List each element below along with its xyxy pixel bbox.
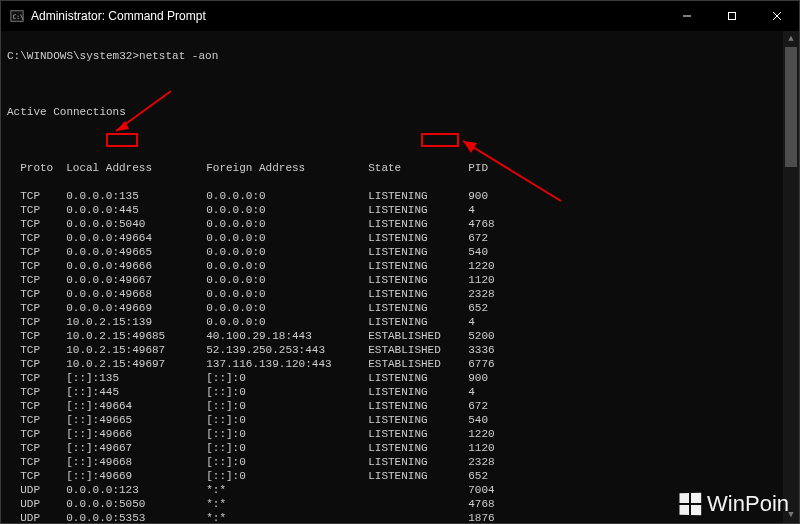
cell-pid: 2328 [468, 287, 518, 301]
terminal-output[interactable]: C:\WINDOWS\system32>netstat -aon Active … [1, 31, 799, 523]
cell-pid: 6776 [468, 357, 518, 371]
cell-state: LISTENING [368, 413, 468, 427]
netstat-row: UDP0.0.0.0:123*:*7004 [7, 483, 793, 497]
cell-proto: TCP [20, 399, 66, 413]
cell-state: LISTENING [368, 385, 468, 399]
cell-local: 0.0.0.0:49664 [66, 231, 206, 245]
col-pid: PID [468, 161, 518, 175]
command-prompt-window: C:\ Administrator: Command Prompt C:\WIN… [0, 0, 800, 524]
cell-proto: TCP [20, 441, 66, 455]
close-button[interactable] [754, 1, 799, 31]
cell-proto: TCP [20, 371, 66, 385]
cell-foreign: 0.0.0.0:0 [206, 203, 368, 217]
cell-state: LISTENING [368, 427, 468, 441]
netstat-row: TCP0.0.0.0:1350.0.0.0:0LISTENING900 [7, 189, 793, 203]
cell-proto: TCP [20, 245, 66, 259]
column-headers: ProtoLocal AddressForeign AddressStatePI… [7, 161, 793, 175]
netstat-row: TCP[::]:445[::]:0LISTENING4 [7, 385, 793, 399]
svg-rect-3 [728, 13, 735, 20]
cell-foreign: *:* [206, 511, 368, 523]
cell-proto: TCP [20, 259, 66, 273]
cell-state: LISTENING [368, 217, 468, 231]
netstat-row: TCP[::]:135[::]:0LISTENING900 [7, 371, 793, 385]
netstat-row: TCP[::]:49665[::]:0LISTENING540 [7, 413, 793, 427]
window-buttons [664, 1, 799, 31]
cell-proto: TCP [20, 357, 66, 371]
netstat-row: TCP10.0.2.15:4968752.139.250.253:443ESTA… [7, 343, 793, 357]
cell-pid: 4 [468, 385, 518, 399]
cell-state: LISTENING [368, 259, 468, 273]
cell-state: LISTENING [368, 315, 468, 329]
cell-state: LISTENING [368, 231, 468, 245]
cell-foreign: 0.0.0.0:0 [206, 287, 368, 301]
cell-local: 0.0.0.0:5353 [66, 511, 206, 523]
cell-pid: 4 [468, 203, 518, 217]
cell-local: 0.0.0.0:123 [66, 483, 206, 497]
cell-foreign: [::]:0 [206, 413, 368, 427]
cell-state: LISTENING [368, 203, 468, 217]
netstat-row: TCP10.0.2.15:49697137.116.139.120:443EST… [7, 357, 793, 371]
scrollbar-up-icon[interactable]: ▲ [783, 31, 799, 47]
cell-foreign: [::]:0 [206, 371, 368, 385]
maximize-button[interactable] [709, 1, 754, 31]
cell-local: 0.0.0.0:49665 [66, 245, 206, 259]
netstat-row: TCP0.0.0.0:496640.0.0.0:0LISTENING672 [7, 231, 793, 245]
cell-local: 10.0.2.15:49685 [66, 329, 206, 343]
cell-proto: TCP [20, 315, 66, 329]
command-text: netstat -aon [139, 50, 218, 62]
cell-foreign: 0.0.0.0:0 [206, 189, 368, 203]
cell-foreign: 0.0.0.0:0 [206, 245, 368, 259]
col-proto: Proto [20, 161, 66, 175]
minimize-button[interactable] [664, 1, 709, 31]
section-header: Active Connections [7, 105, 793, 119]
netstat-row: UDP0.0.0.0:5353*:*1876 [7, 511, 793, 523]
cell-foreign: *:* [206, 497, 368, 511]
cell-local: 0.0.0.0:49669 [66, 301, 206, 315]
cell-local: 0.0.0.0:49667 [66, 273, 206, 287]
svg-text:C:\: C:\ [13, 13, 24, 20]
cell-pid: 900 [468, 189, 518, 203]
cell-local: 10.0.2.15:49687 [66, 343, 206, 357]
netstat-row: TCP[::]:49668[::]:0LISTENING2328 [7, 455, 793, 469]
col-local: Local Address [66, 161, 206, 175]
scrollbar[interactable]: ▲ ▼ [783, 31, 799, 523]
windows-logo-icon [680, 493, 702, 516]
cell-proto: TCP [20, 231, 66, 245]
cell-state: LISTENING [368, 245, 468, 259]
cell-pid: 1220 [468, 259, 518, 273]
cell-local: [::]:49666 [66, 427, 206, 441]
cell-pid: 1876 [468, 511, 518, 523]
cell-state: LISTENING [368, 273, 468, 287]
cell-pid: 672 [468, 231, 518, 245]
cell-foreign: 0.0.0.0:0 [206, 231, 368, 245]
cell-pid: 1120 [468, 441, 518, 455]
scrollbar-thumb[interactable] [785, 47, 797, 167]
cell-local: [::]:49668 [66, 455, 206, 469]
cell-foreign: [::]:0 [206, 385, 368, 399]
cell-foreign: 0.0.0.0:0 [206, 315, 368, 329]
cell-local: [::]:49669 [66, 469, 206, 483]
cell-proto: TCP [20, 189, 66, 203]
cell-state: LISTENING [368, 287, 468, 301]
cell-foreign: 0.0.0.0:0 [206, 259, 368, 273]
col-foreign: Foreign Address [206, 161, 368, 175]
cell-foreign: [::]:0 [206, 427, 368, 441]
cell-proto: UDP [20, 497, 66, 511]
watermark-text: WinPoin [707, 491, 789, 517]
cell-proto: TCP [20, 287, 66, 301]
netstat-row: TCP[::]:49667[::]:0LISTENING1120 [7, 441, 793, 455]
cell-state: LISTENING [368, 371, 468, 385]
cell-foreign: [::]:0 [206, 469, 368, 483]
cell-local: 10.0.2.15:139 [66, 315, 206, 329]
titlebar[interactable]: C:\ Administrator: Command Prompt [1, 1, 799, 31]
cell-local: 0.0.0.0:49666 [66, 259, 206, 273]
netstat-row: TCP0.0.0.0:496690.0.0.0:0LISTENING652 [7, 301, 793, 315]
cell-local: [::]:49667 [66, 441, 206, 455]
netstat-row: TCP0.0.0.0:496650.0.0.0:0LISTENING540 [7, 245, 793, 259]
cell-pid: 4768 [468, 217, 518, 231]
cell-pid: 652 [468, 301, 518, 315]
netstat-row: TCP0.0.0.0:496680.0.0.0:0LISTENING2328 [7, 287, 793, 301]
cell-local: 0.0.0.0:5040 [66, 217, 206, 231]
cell-local: [::]:135 [66, 371, 206, 385]
watermark: WinPoin [679, 491, 789, 517]
